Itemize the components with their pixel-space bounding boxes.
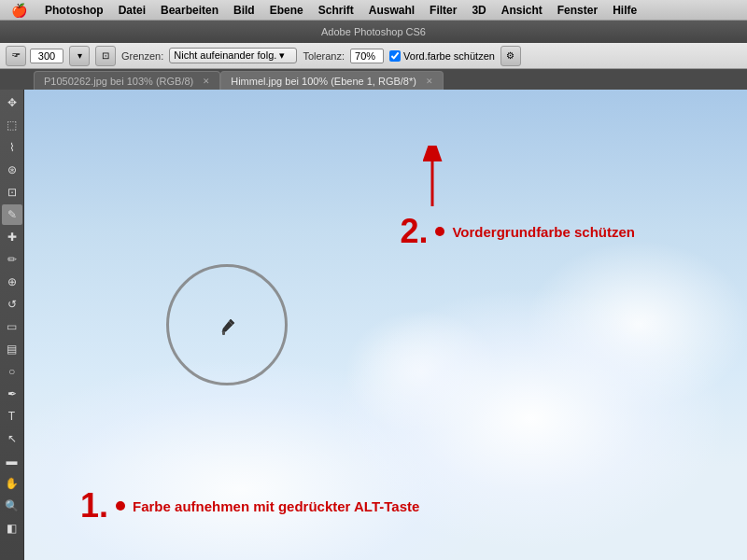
menu-fenster[interactable]: Fenster: [550, 0, 605, 21]
quick-select-tool[interactable]: ⊛: [2, 160, 22, 180]
menu-ebene[interactable]: Ebene: [262, 0, 311, 21]
tab-close-1[interactable]: ✕: [203, 77, 210, 86]
menu-bearbeiten[interactable]: Bearbeiten: [153, 0, 226, 21]
option-icon-1[interactable]: ⊡: [95, 46, 116, 66]
menu-bar: 🍎 Photoshop Datei Bearbeiten Bild Ebene …: [0, 0, 747, 21]
options-bar: 🖙 300 ▾ ⊡ Grenzen: Nicht aufeinander fol…: [0, 43, 747, 69]
canvas-area[interactable]: 1. Farbe aufnehmen mit gedrückter ALT-Ta…: [24, 90, 747, 560]
heal-tool[interactable]: ✚: [2, 227, 22, 247]
annotation-1-dot: [116, 501, 125, 511]
clone-tool[interactable]: ⊕: [2, 272, 22, 292]
annotation-2-dot: [435, 227, 444, 236]
grenzen-dropdown[interactable]: Nicht aufeinander folg. ▾: [169, 48, 297, 63]
menu-3d[interactable]: 3D: [464, 0, 493, 21]
tab-label-1: P1050262.jpg bei 103% (RGB/8): [44, 76, 193, 87]
path-select-tool[interactable]: ↖: [2, 428, 22, 449]
hand-tool[interactable]: ✋: [2, 473, 22, 494]
apple-menu[interactable]: 🍎: [0, 3, 37, 18]
lasso-tool[interactable]: ⌇: [2, 137, 22, 158]
brush-size-input[interactable]: 300: [30, 49, 63, 63]
grenzen-label: Grenzen:: [121, 50, 163, 62]
shape-tool[interactable]: ▬: [2, 451, 22, 471]
menu-bild[interactable]: Bild: [226, 0, 262, 21]
menu-auswahl[interactable]: Auswahl: [361, 0, 422, 21]
crop-tool[interactable]: ⊡: [2, 182, 22, 203]
tab-label-2: Himmel.jpg bei 100% (Ebene 1, RGB/8*): [231, 76, 416, 87]
menu-hilfe[interactable]: Hilfe: [605, 0, 644, 21]
selection-tool[interactable]: ⬚: [2, 115, 22, 135]
annotation-2: 2. Vordergrundfarbe schützen: [400, 146, 635, 248]
tab-himmel[interactable]: Himmel.jpg bei 100% (Ebene 1, RGB/8*) ✕: [220, 71, 444, 90]
brush-tool[interactable]: ✏: [2, 249, 22, 270]
fg-bg-tool[interactable]: ◧: [2, 518, 22, 539]
main-area: ✥ ⬚ ⌇ ⊛ ⊡ ✎ ✚ ✏ ⊕ ↺ ▭ ▤ ○ ✒ T ↖ ▬ ✋ 🔍 ◧: [0, 90, 747, 560]
pen-tool[interactable]: ✒: [2, 384, 22, 404]
menu-schrift[interactable]: Schrift: [311, 0, 361, 21]
gradient-tool[interactable]: ▤: [2, 339, 22, 359]
annotation-2-text: Vordergrundfarbe schützen: [452, 224, 635, 240]
app-toolbar: Adobe Photoshop CS6: [0, 21, 747, 43]
annotation-2-number: 2.: [400, 215, 428, 248]
menu-datei[interactable]: Datei: [111, 0, 153, 21]
left-toolbar: ✥ ⬚ ⌇ ⊛ ⊡ ✎ ✚ ✏ ⊕ ↺ ▭ ▤ ○ ✒ T ↖ ▬ ✋ 🔍 ◧: [0, 90, 24, 560]
tab-close-2[interactable]: ✕: [426, 77, 433, 86]
toleranz-label: Toleranz:: [303, 50, 345, 62]
history-brush-tool[interactable]: ↺: [2, 294, 22, 315]
annotation-1-number: 1.: [80, 489, 108, 523]
menu-ansicht[interactable]: Ansicht: [494, 0, 550, 21]
brush-picker-icon[interactable]: ▾: [69, 46, 90, 66]
eraser-tool[interactable]: ▭: [2, 316, 22, 337]
menu-photoshop[interactable]: Photoshop: [37, 0, 111, 21]
annotation-1-text: Farbe aufnehmen mit gedrückter ALT-Taste: [133, 498, 419, 514]
settings-icon[interactable]: ⚙: [500, 46, 521, 66]
tab-p1050262[interactable]: P1050262.jpg bei 103% (RGB/8) ✕: [34, 71, 220, 90]
vordfarbe-checkbox[interactable]: [389, 50, 401, 62]
tool-icon-area: 🖙 300: [6, 46, 63, 66]
menu-filter[interactable]: Filter: [422, 0, 464, 21]
vordfarbe-label: Vord.farbe schützen: [403, 50, 495, 62]
vordfarbe-checkbox-group: Vord.farbe schützen: [389, 50, 495, 62]
dodge-tool[interactable]: ○: [2, 361, 22, 382]
tabs-bar: P1050262.jpg bei 103% (RGB/8) ✕ Himmel.j…: [0, 69, 747, 90]
eyedropper-tool[interactable]: ✎: [2, 204, 22, 225]
tool-preset-icon[interactable]: 🖙: [6, 46, 26, 66]
toleranz-input[interactable]: 70%: [350, 49, 384, 63]
menu-items: Photoshop Datei Bearbeiten Bild Ebene Sc…: [37, 0, 644, 21]
move-tool[interactable]: ✥: [2, 92, 22, 113]
annotation-2-arrow: [418, 146, 446, 211]
type-tool[interactable]: T: [2, 406, 22, 427]
annotation-1: 1. Farbe aufnehmen mit gedrückter ALT-Ta…: [80, 489, 419, 523]
annotation-2-row: 2. Vordergrundfarbe schützen: [400, 215, 635, 248]
app-title: Adobe Photoshop CS6: [321, 26, 426, 37]
zoom-tool[interactable]: 🔍: [2, 496, 22, 516]
